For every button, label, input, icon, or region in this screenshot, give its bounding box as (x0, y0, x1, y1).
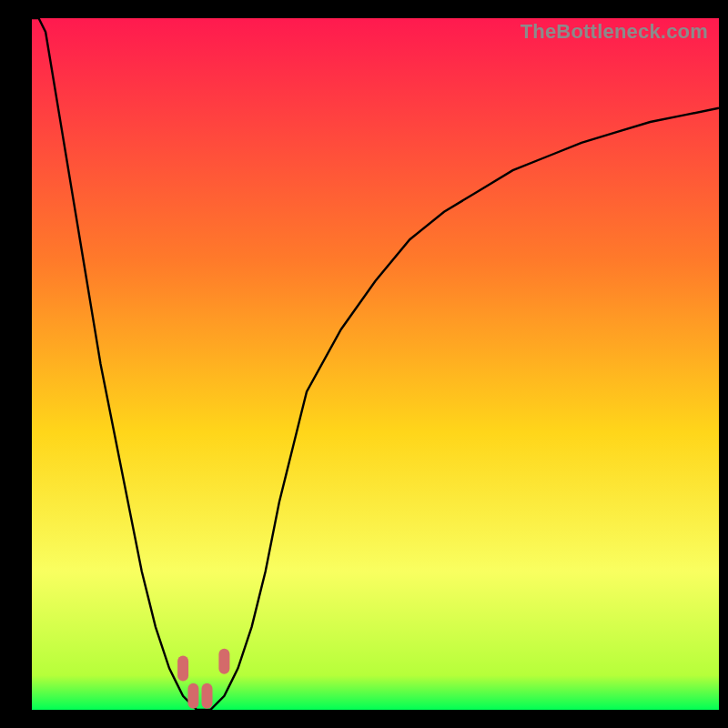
curve-marker (202, 683, 213, 709)
watermark-text: TheBottleneck.com (521, 20, 708, 44)
chart-frame: TheBottleneck.com (0, 0, 728, 728)
curve-marker (187, 683, 198, 709)
curve-marker (218, 649, 229, 674)
curve-marker (177, 655, 188, 681)
bottleneck-curve (32, 18, 719, 710)
plot-area: TheBottleneck.com (32, 18, 719, 710)
